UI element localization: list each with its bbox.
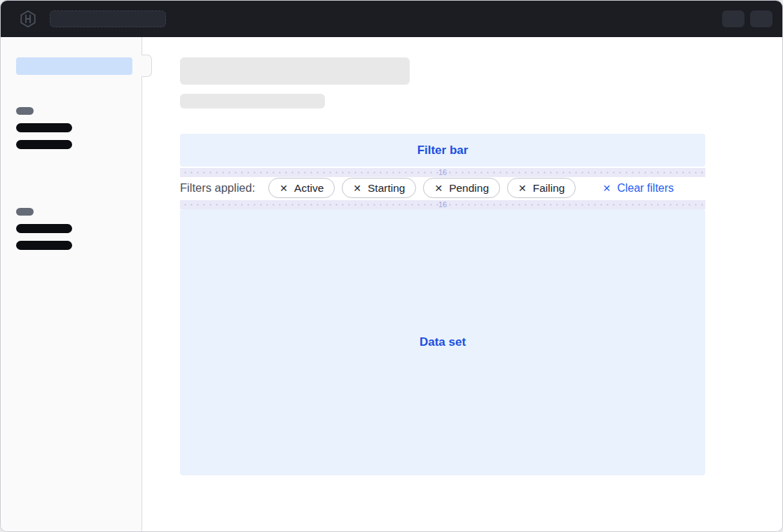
spacing-annotation-top: 16	[180, 168, 705, 177]
remove-filter-icon: ✕	[279, 183, 288, 194]
filter-pill-label: Active	[294, 182, 324, 195]
filter-pill-active[interactable]: ✕ Active	[268, 178, 335, 198]
filter-pill-pending[interactable]: ✕ Pending	[423, 178, 500, 198]
filters-applied-label: Filters applied:	[180, 181, 255, 195]
sidebar	[1, 37, 142, 532]
filter-pill-failing[interactable]: ✕ Failing	[507, 178, 576, 198]
clear-filters-x-icon: ✕	[602, 183, 611, 194]
filter-pill-label: Starting	[368, 182, 405, 195]
page-title-skeleton	[180, 57, 410, 85]
filter-bar-label: Filter bar	[417, 144, 469, 158]
sidebar-group1-heading-skeleton	[16, 107, 34, 115]
page-subtitle-skeleton	[180, 94, 325, 108]
filter-pill-starting[interactable]: ✕ Starting	[342, 178, 416, 198]
data-set-label: Data set	[420, 335, 466, 349]
data-set-panel: Data set	[180, 209, 705, 475]
filter-bar-panel: Filter bar	[180, 134, 705, 167]
sidebar-group1-item-skeleton	[16, 140, 72, 149]
remove-filter-icon: ✕	[353, 183, 361, 194]
filters-applied-row: Filters applied: ✕ Active ✕ Starting ✕ P…	[180, 177, 705, 199]
main-content: Filter bar 16 Filters applied: ✕ Active …	[143, 37, 783, 532]
sidebar-group2-item-skeleton	[16, 224, 72, 233]
sidebar-group1-item-skeleton	[16, 123, 72, 132]
filter-pill-label: Pending	[449, 182, 489, 195]
topbar-action-button-2[interactable]	[750, 10, 772, 27]
topbar-action-button-1[interactable]	[722, 10, 744, 27]
hashicorp-logo-icon	[19, 10, 37, 28]
search-input[interactable]	[50, 10, 166, 27]
app-window: Filter bar 16 Filters applied: ✕ Active …	[0, 0, 783, 532]
clear-filters-label: Clear filters	[617, 182, 674, 195]
sidebar-group2-item-skeleton	[16, 241, 72, 250]
remove-filter-icon: ✕	[434, 183, 443, 194]
sidebar-resize-handle[interactable]	[141, 55, 152, 77]
spacing-annotation-bottom: 16	[180, 200, 705, 209]
clear-filters-button[interactable]: ✕ Clear filters	[602, 182, 674, 195]
remove-filter-icon: ✕	[518, 183, 527, 194]
topbar	[1, 1, 782, 37]
sidebar-selected-item[interactable]	[16, 57, 132, 75]
sidebar-group2-heading-skeleton	[16, 208, 34, 216]
filter-pill-label: Failing	[533, 182, 565, 195]
